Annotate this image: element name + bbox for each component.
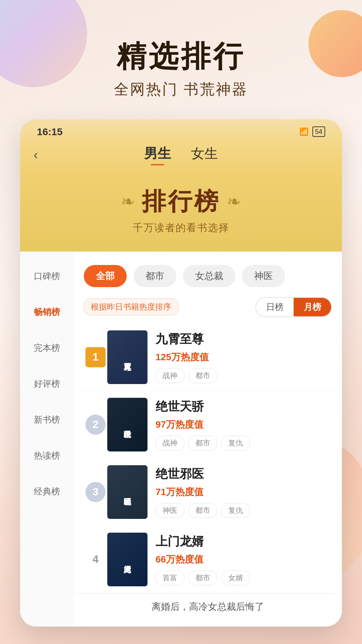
book-item-4[interactable]: 4 上门龙婿 上门龙婿 66万热度值 首富 都市 女婿 xyxy=(80,526,335,593)
banner-section: ❧ 排行榜 ❧ 千万读者的看书选择 xyxy=(20,175,342,252)
book-tags-1: 战神 都市 xyxy=(156,368,332,383)
book-heat-3: 71万热度值 xyxy=(156,486,332,498)
book-item-2[interactable]: 2 绝世天骄 绝世天骄 97万热度值 战神 都市 复仇 xyxy=(80,391,335,459)
book-tag: 女婿 xyxy=(221,571,250,585)
filter-tabs: 全部 都市 女总裁 神医 xyxy=(74,258,342,294)
book-tag: 都市 xyxy=(188,436,217,450)
book-tags-3: 神医 都市 复仇 xyxy=(156,503,332,518)
sidebar-item-praise[interactable]: 好评榜 xyxy=(20,366,74,402)
book-heat-2: 97万热度值 xyxy=(156,418,332,431)
rank-number-2: 2 xyxy=(85,415,106,435)
rank-badge-2: 2 xyxy=(84,415,107,435)
content-area: 全部 都市 女总裁 神医 根据昨日书籍热度排序 日榜 月榜 1 xyxy=(74,252,342,627)
laurel-right-icon: ❧ xyxy=(227,192,241,211)
sidebar-item-bestseller[interactable]: 畅销榜 xyxy=(20,294,74,330)
sidebar-item-reputation[interactable]: 口碑榜 xyxy=(20,258,74,294)
book-tag: 战神 xyxy=(156,436,184,450)
rank-badge-3: 3 xyxy=(84,482,107,502)
book-title-1: 九霄至尊 xyxy=(156,331,332,347)
book-tag: 首富 xyxy=(156,571,184,585)
book-info-3: 绝世邪医 71万热度值 神医 都市 复仇 xyxy=(156,466,332,518)
date-tabs: 日榜 月榜 xyxy=(255,297,332,317)
book-cover-2: 绝世天骄 xyxy=(107,398,147,451)
filter-tab-all[interactable]: 全部 xyxy=(84,265,127,287)
book-info-2: 绝世天骄 97万热度值 战神 都市 复仇 xyxy=(156,398,332,450)
nav-tabs: 男生 女生 xyxy=(144,144,218,165)
book-heat-4: 66万热度值 xyxy=(156,553,332,566)
book-item-1[interactable]: 1 九霄至尊 九霄至尊 125万热度值 战神 都市 xyxy=(80,324,335,391)
sidebar-item-complete[interactable]: 完本榜 xyxy=(20,330,74,366)
banner-title: 排行榜 xyxy=(142,185,220,218)
book-tag: 复仇 xyxy=(221,503,250,518)
status-icons: 📶 54 xyxy=(299,126,325,137)
book-tags-2: 战神 都市 复仇 xyxy=(156,436,332,450)
status-bar: 16:15 📶 54 xyxy=(20,119,342,141)
banner-description: 千万读者的看书选择 xyxy=(37,221,325,235)
book-title-3: 绝世邪医 xyxy=(156,466,332,482)
book-cover-4: 上门龙婿 xyxy=(107,533,147,586)
book-tag: 都市 xyxy=(188,571,217,585)
tab-female[interactable]: 女生 xyxy=(191,144,218,165)
book-heat-1: 125万热度值 xyxy=(156,351,332,364)
book-cover-1: 九霄至尊 xyxy=(107,330,147,384)
hero-subtitle: 全网热门 书荒神器 xyxy=(0,79,362,99)
sort-text: 根据昨日书籍热度排序 xyxy=(84,299,178,315)
book-tags-4: 首富 都市 女婿 xyxy=(156,571,332,585)
rank-number-3: 3 xyxy=(85,482,106,502)
sidebar-item-classic[interactable]: 经典榜 xyxy=(20,474,74,509)
laurel-left-icon: ❧ xyxy=(121,192,135,211)
book-title-4: 上门龙婿 xyxy=(156,533,332,550)
date-tab-monthly[interactable]: 月榜 xyxy=(294,298,331,316)
book-cover-3: 绝世邪医 xyxy=(107,465,147,519)
wifi-icon: 📶 xyxy=(299,127,308,136)
book-list: 1 九霄至尊 九霄至尊 125万热度值 战神 都市 xyxy=(74,324,342,593)
book-tag: 复仇 xyxy=(221,436,250,450)
sidebar-item-hot[interactable]: 热读榜 xyxy=(20,438,74,474)
book-tag: 神医 xyxy=(156,503,184,518)
filter-tab-city[interactable]: 都市 xyxy=(133,265,176,287)
tab-male[interactable]: 男生 xyxy=(144,144,171,165)
book-info-1: 九霄至尊 125万热度值 战神 都市 xyxy=(156,331,332,383)
filter-tab-doctor[interactable]: 神医 xyxy=(242,265,285,287)
app-header: ‹ 男生 女生 xyxy=(20,141,342,175)
rank-badge-4: 4 xyxy=(84,553,107,566)
phone-mockup: 16:15 📶 54 ‹ 男生 女生 ❧ 排行榜 ❧ 千万读者的看书选择 口碑榜… xyxy=(20,119,342,627)
sort-info: 根据昨日书籍热度排序 日榜 月榜 xyxy=(74,294,342,324)
hero-title: 精选排行 xyxy=(0,40,362,73)
sidebar-item-new[interactable]: 新书榜 xyxy=(20,402,74,438)
book-tag: 都市 xyxy=(188,503,217,518)
banner-laurel: ❧ 排行榜 ❧ xyxy=(37,185,325,218)
bottom-peek: 离婚后，高冷女总裁后悔了 xyxy=(74,593,342,620)
rank-number-1: 1 xyxy=(85,347,106,367)
status-time: 16:15 xyxy=(37,126,63,138)
rank-number-4: 4 xyxy=(93,553,99,565)
battery-icon: 54 xyxy=(312,126,325,137)
back-button[interactable]: ‹ xyxy=(34,147,38,162)
book-title-2: 绝世天骄 xyxy=(156,398,332,415)
book-tag: 都市 xyxy=(188,368,217,383)
hero-section: 精选排行 全网热门 书荒神器 xyxy=(0,0,362,119)
date-tab-daily[interactable]: 日榜 xyxy=(256,298,294,316)
rank-badge-1: 1 xyxy=(84,347,107,367)
sidebar: 口碑榜 畅销榜 完本榜 好评榜 新书榜 热读榜 经典榜 xyxy=(20,252,74,627)
book-info-4: 上门龙婿 66万热度值 首富 都市 女婿 xyxy=(156,533,332,585)
main-content: 口碑榜 畅销榜 完本榜 好评榜 新书榜 热读榜 经典榜 全部 都市 女总裁 神医… xyxy=(20,252,342,627)
book-item-3[interactable]: 3 绝世邪医 绝世邪医 71万热度值 神医 都市 复仇 xyxy=(80,459,335,526)
book-tag: 战神 xyxy=(156,368,184,383)
filter-tab-ceo[interactable]: 女总裁 xyxy=(183,265,235,287)
